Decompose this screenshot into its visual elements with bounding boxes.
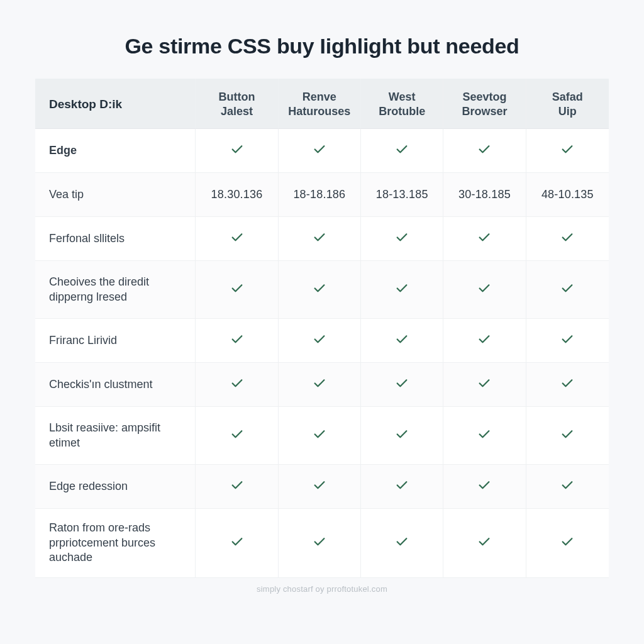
header-col-3-line2: Browser	[450, 104, 519, 119]
check-icon	[560, 281, 574, 295]
check-icon	[560, 478, 574, 492]
header-col-2-line1: West	[389, 91, 416, 103]
table-row: Edge redession	[35, 465, 609, 509]
check-icon	[230, 535, 244, 548]
table-row: Friranc Lirivid	[35, 319, 609, 363]
header-col-1-line2: Haturouses	[285, 104, 354, 119]
feature-cell: Edge redession	[35, 465, 196, 509]
header-col-4: Safad Uip	[526, 79, 609, 129]
check-icon	[395, 478, 409, 492]
data-cell	[361, 129, 443, 173]
check-icon	[230, 427, 244, 441]
header-col-1-line1: Renve	[303, 91, 336, 103]
data-cell	[361, 363, 443, 407]
check-icon	[313, 230, 326, 244]
check-icon	[313, 332, 326, 346]
data-cell	[526, 363, 609, 407]
check-icon	[560, 427, 574, 441]
check-icon	[313, 376, 326, 390]
data-cell	[526, 407, 609, 465]
table-row: Checkis'ın clustment	[35, 363, 609, 407]
data-cell: 48-10.135	[526, 173, 609, 217]
value-text: 18-13.185	[376, 188, 428, 201]
check-icon	[230, 142, 244, 156]
header-col-0: Button Jalest	[196, 79, 278, 129]
check-icon	[560, 230, 574, 244]
data-cell	[361, 407, 443, 465]
header-feature: Desktop D:ik	[35, 79, 196, 129]
feature-label: Raton from ore-rads prpriotcement burces…	[49, 521, 184, 565]
feature-cell: Raton from ore-rads prpriotcement burces…	[35, 509, 196, 578]
data-cell	[196, 129, 278, 173]
check-icon	[313, 427, 326, 441]
data-cell	[279, 319, 361, 363]
data-cell	[443, 261, 526, 319]
check-icon	[477, 230, 491, 244]
page: Ge stirme CSS buy Iighlight but needed D…	[0, 0, 644, 644]
data-cell	[443, 509, 526, 578]
data-cell	[279, 363, 361, 407]
check-icon	[395, 535, 409, 548]
data-cell	[361, 261, 443, 319]
data-cell	[279, 465, 361, 509]
data-cell	[279, 217, 361, 261]
feature-label: Checkis'ın clustment	[49, 377, 184, 392]
data-cell	[196, 261, 278, 319]
check-icon	[560, 332, 574, 346]
check-icon	[230, 376, 244, 390]
check-icon	[313, 281, 326, 295]
table-body: EdgeVea tip18.30.13618-18.18618-13.18530…	[35, 129, 609, 578]
feature-cell: Lbsit reasiive: ampsifit etimet	[35, 407, 196, 465]
data-cell	[526, 217, 609, 261]
header-col-2: West Brotuble	[361, 79, 443, 129]
data-cell	[196, 465, 278, 509]
feature-label: Vea tip	[49, 187, 184, 202]
check-icon	[313, 478, 326, 492]
data-cell	[361, 509, 443, 578]
check-icon	[477, 535, 491, 548]
data-cell	[196, 363, 278, 407]
table-row: Cheoives the diredit dipperng lresed	[35, 261, 609, 319]
check-icon	[313, 535, 326, 548]
data-cell	[443, 465, 526, 509]
check-icon	[477, 142, 491, 156]
feature-label: Friranc Lirivid	[49, 333, 184, 348]
feature-label: Edge redession	[49, 479, 184, 494]
data-cell	[443, 217, 526, 261]
header-col-1: Renve Haturouses	[279, 79, 361, 129]
data-cell	[196, 319, 278, 363]
header-col-2-line2: Brotuble	[367, 104, 436, 119]
data-cell	[279, 261, 361, 319]
header-col-4-line2: Uip	[533, 104, 602, 119]
data-cell	[526, 509, 609, 578]
footer-text: simply chostarf oy prroftotukel.com	[35, 584, 609, 594]
header-feature-label: Desktop D:ik	[49, 97, 122, 111]
check-icon	[560, 142, 574, 156]
check-icon	[560, 376, 574, 390]
table-header-row: Desktop D:ik Button Jalest Renve Haturou…	[35, 79, 609, 129]
check-icon	[395, 281, 409, 295]
table-row: Vea tip18.30.13618-18.18618-13.18530-18.…	[35, 173, 609, 217]
check-icon	[477, 281, 491, 295]
check-icon	[477, 376, 491, 390]
data-cell: 18-18.186	[279, 173, 361, 217]
check-icon	[395, 427, 409, 441]
feature-label: Lbsit reasiive: ampsifit etimet	[49, 421, 184, 450]
data-cell	[361, 465, 443, 509]
data-cell	[526, 319, 609, 363]
header-col-3-line1: Seevtog	[462, 91, 506, 103]
check-icon	[395, 230, 409, 244]
value-text: 30-18.185	[458, 188, 511, 201]
check-icon	[313, 142, 326, 156]
feature-label: Edge	[49, 143, 184, 158]
check-icon	[230, 478, 244, 492]
data-cell	[196, 509, 278, 578]
data-cell	[443, 319, 526, 363]
check-icon	[395, 332, 409, 346]
data-cell	[196, 217, 278, 261]
data-cell	[526, 261, 609, 319]
header-col-0-line2: Jalest	[202, 104, 271, 119]
feature-cell: Vea tip	[35, 173, 196, 217]
data-cell	[279, 407, 361, 465]
data-cell	[361, 319, 443, 363]
